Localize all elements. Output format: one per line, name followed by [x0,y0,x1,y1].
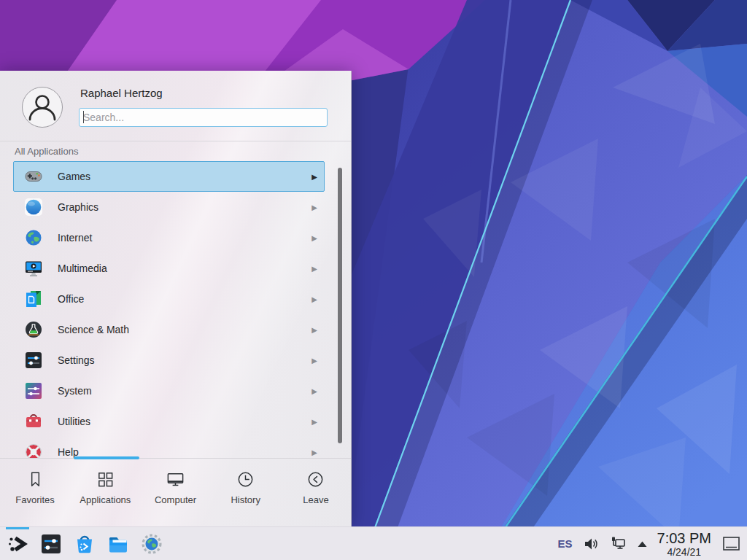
internet-icon [24,228,43,247]
menu-item-system[interactable]: System ▶ [13,376,325,406]
tab-leave[interactable]: Leave [281,459,351,527]
menu-item-label: Office [58,293,311,305]
tab-applications[interactable]: Applications [70,459,140,527]
tab-label: Computer [155,494,196,505]
submenu-arrow-icon: ▶ [311,387,317,395]
help-icon [24,443,43,458]
computer-icon [166,470,185,489]
menu-item-office[interactable]: Office ▶ [13,284,325,314]
submenu-arrow-icon: ▶ [311,357,317,365]
menu-item-label: System [58,385,311,397]
taskbar-launchers [0,527,165,560]
user-name: Raphael Hertzog [80,87,163,99]
user-icon [23,88,62,127]
kickoff-launcher-panel: Raphael Hertzog All Applications Games ▶ [0,71,352,526]
list-scrollbar[interactable] [338,168,342,443]
show-desktop-icon [721,534,741,553]
submenu-arrow-icon: ▶ [311,418,317,426]
header-divider [0,141,351,141]
menu-item-label: Science & Math [58,324,311,335]
system-tray: ES 7:03 PM 4/24/21 [558,527,747,560]
settings-icon [24,351,43,370]
menu-item-utilities[interactable]: Utilities ▶ [13,406,325,437]
kickoff-launcher-icon [7,533,28,555]
desktop: Raphael Hertzog All Applications Games ▶ [0,0,747,560]
tab-label: Applications [80,494,131,505]
menu-item-label: Graphics [58,201,311,213]
show-desktop-button[interactable] [721,534,741,554]
submenu-arrow-icon: ▶ [311,295,317,303]
leave-icon [306,470,325,489]
discover-icon [73,532,96,556]
menu-item-label: Internet [58,232,311,244]
submenu-arrow-icon: ▶ [311,265,317,273]
clock-time: 7:03 PM [657,531,711,545]
submenu-arrow-icon: ▶ [311,448,317,456]
section-label: All Applications [15,146,78,157]
konqueror-icon [140,532,163,556]
search-input[interactable] [79,108,328,127]
clock-date: 4/24/21 [667,547,701,557]
active-tab-indicator [74,456,139,459]
menu-item-label: Multimedia [58,262,311,274]
tab-label: Leave [303,494,328,505]
tab-computer[interactable]: Computer [140,459,210,527]
menu-item-label: Games [58,171,311,182]
tab-history[interactable]: History [211,459,281,527]
dolphin-button[interactable] [105,527,131,560]
submenu-arrow-icon: ▶ [311,234,317,242]
office-icon [24,289,43,308]
tab-favorites[interactable]: Favorites [0,459,70,527]
kickoff-tab-bar: Favorites Applications Com [0,458,351,527]
discover-button[interactable] [71,527,98,560]
expand-tray-icon[interactable] [637,540,648,548]
dolphin-icon [107,532,130,556]
games-icon [24,167,43,186]
tab-label: History [231,494,260,505]
utilities-icon [24,412,43,431]
submenu-arrow-icon: ▶ [311,203,317,211]
digital-clock[interactable]: 7:03 PM 4/24/21 [657,531,711,557]
system-settings-icon [39,532,63,556]
menu-item-games[interactable]: Games ▶ [13,161,325,192]
konqueror-button[interactable] [139,527,165,560]
graphics-icon [24,198,43,217]
system-icon [24,381,43,400]
keyboard-layout-indicator[interactable]: ES [558,537,573,550]
menu-item-graphics[interactable]: Graphics ▶ [13,192,325,222]
system-settings-button[interactable] [38,527,64,560]
user-avatar[interactable] [22,87,63,128]
menu-item-label: Settings [58,354,311,366]
multimedia-icon [24,259,43,278]
menu-item-science-math[interactable]: Science & Math ▶ [13,314,325,345]
application-category-list: Games ▶ Graphics ▶ [0,161,336,458]
history-icon [236,470,255,489]
menu-item-label: Utilities [58,416,311,427]
submenu-arrow-icon: ▶ [311,173,317,181]
menu-item-multimedia[interactable]: Multimedia ▶ [13,253,325,284]
menu-item-help[interactable]: Help ▶ [13,437,325,458]
tab-label: Favorites [15,494,54,505]
network-icon[interactable] [609,534,627,553]
submenu-arrow-icon: ▶ [311,326,317,334]
menu-item-internet[interactable]: Internet ▶ [13,222,325,253]
taskbar-panel: ES 7:03 PM 4/24/21 [0,526,747,560]
favorites-icon [26,470,45,489]
applications-icon [96,470,115,489]
text-cursor [83,111,84,123]
science-icon [24,320,43,339]
kickoff-launcher-button[interactable] [4,527,31,560]
volume-icon[interactable] [582,535,600,553]
active-task-indicator [6,527,29,529]
menu-item-settings[interactable]: Settings ▶ [13,345,325,376]
